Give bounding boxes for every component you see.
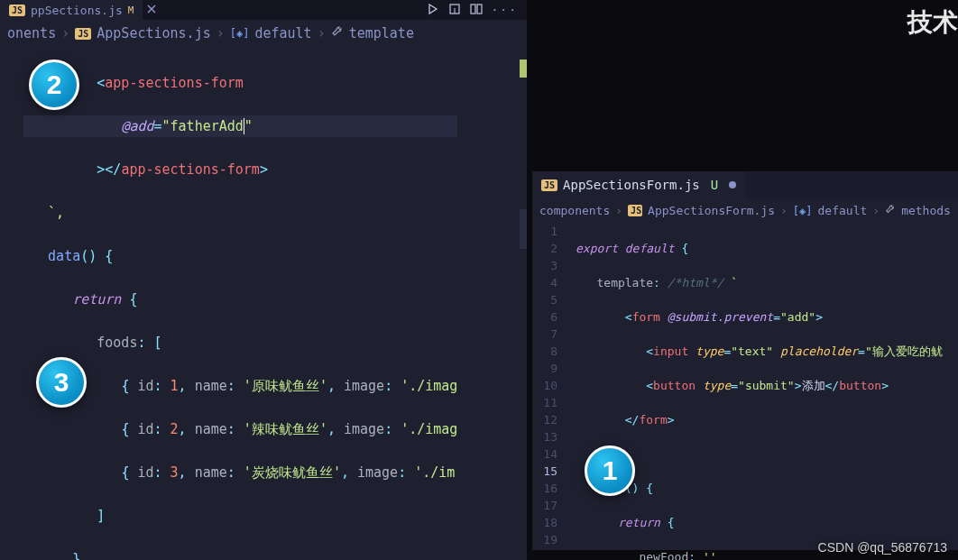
chevron-icon: › [872,204,880,217]
wrench-icon [331,25,344,41]
code-editor[interactable]: 12345678910111213141516171819 export def… [532,223,958,560]
tab-modified-indicator: M [128,5,134,16]
module-icon: [◈] [230,27,250,40]
tab-appsections[interactable]: JS ppSections.js M [0,0,143,20]
code-content[interactable]: export default { template: /*html*/ ` <f… [568,223,943,560]
run-icon[interactable] [427,3,439,18]
line-gutter [0,50,16,560]
wrench-icon [885,204,896,217]
annotation-badge-2: 2 [29,60,79,110]
chevron-icon: › [318,25,326,41]
chevron-icon: › [615,204,622,217]
chevron-icon: › [216,25,225,41]
chevron-icon: › [61,25,69,41]
more-icon[interactable]: ··· [492,3,518,18]
crumb-folder[interactable]: components [539,204,610,217]
split-right-icon[interactable] [470,3,483,18]
annotation-badge-3: 3 [36,357,87,408]
crumb-symbol[interactable]: default [254,25,311,41]
crumb-file[interactable]: AppSections.js [97,25,210,41]
chevron-icon: › [780,204,788,217]
crumb-file[interactable]: AppSectionsForm.js [648,204,775,217]
crumb-symbol[interactable]: methods [901,204,951,217]
module-icon: [◈] [793,205,813,217]
crumb-folder[interactable]: onents [7,25,56,41]
tab-bar: JS AppSectionsForm.js U [532,171,958,198]
tab-filename: AppSectionsForm.js [563,178,700,192]
breadcrumb[interactable]: components › JS AppSectionsForm.js › [◈]… [532,198,958,223]
minimap-marker [520,209,527,249]
minimap-marker [520,60,527,78]
annotation-badge-1: 1 [585,445,635,496]
split-down-icon[interactable] [448,3,461,18]
js-file-icon: JS [541,179,557,191]
tab-filename: ppSections.js [31,4,123,17]
js-file-icon: JS [9,5,25,16]
code-content[interactable]: <app-sections-form @add="fatherAdd" ></a… [16,50,457,560]
svg-rect-1 [471,5,475,14]
crumb-symbol[interactable]: default [818,204,868,217]
code-editor[interactable]: <app-sections-form @add="fatherAdd" ></a… [0,50,527,560]
js-file-icon: JS [628,205,642,216]
line-gutter: 12345678910111213141516171819 [532,223,568,560]
svg-rect-2 [477,5,482,14]
watermark: CSDN @qq_56876713 [818,540,947,555]
crumb-symbol[interactable]: template [349,25,414,41]
tab-appsectionsform[interactable]: JS AppSectionsForm.js U [532,171,745,198]
right-editor-pane: JS AppSectionsForm.js U components › JS … [532,171,958,550]
tab-bar: JS ppSections.js M ··· [0,0,527,20]
js-file-icon: JS [75,28,91,40]
breadcrumb[interactable]: onents › JS AppSections.js › [◈] default… [0,20,527,50]
tab-actions: ··· [427,3,527,18]
tab-untracked-indicator: U [711,178,718,192]
tab-dirty-indicator [729,181,736,188]
watermark-top: 技术 [907,5,958,40]
close-icon[interactable] [143,4,161,17]
